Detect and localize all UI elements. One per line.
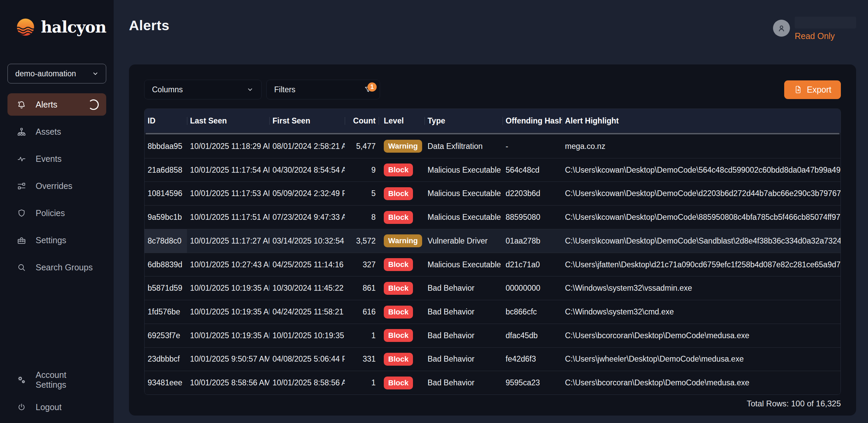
org-selector[interactable]: demo-automation [7, 64, 106, 83]
table-row[interactable]: 1fd576be10/01/2025 10:19:35 AM04/24/2025… [145, 300, 841, 324]
page-title: Alerts [129, 0, 856, 34]
cell-first-seen: 04/25/2025 11:14:16 AM [269, 253, 345, 276]
sidebar-item-label: Search Groups [36, 263, 93, 272]
table-row[interactable]: 6db8839d10/01/2025 10:27:43 AM04/25/2025… [145, 253, 841, 276]
cell-count: 8 [345, 206, 379, 229]
table-row[interactable]: 1081459610/01/2025 11:17:53 AM05/09/2024… [145, 181, 841, 205]
cell-first-seen: 10/30/2024 11:45:22 AM [269, 276, 345, 300]
sidebar-item-alerts[interactable]: Alerts [7, 93, 106, 116]
chevron-down-icon [246, 86, 254, 93]
cell-last-seen: 10/01/2025 11:18:29 AM [187, 135, 269, 158]
sidebar-item-label: Alerts [36, 100, 57, 110]
sidebar-item-label: Overrides [36, 181, 72, 191]
cell-last-seen: 10/01/2025 10:19:35 AM [187, 324, 269, 347]
level-badge: Block [384, 377, 413, 389]
filters-dropdown[interactable]: Filters 1 [266, 80, 380, 99]
column-header-alert-highlight[interactable]: Alert Highlight [562, 109, 841, 133]
user-area: Read Only [773, 17, 856, 41]
cell-alert-highlight: C:\Users\kcowan\Desktop\DemoCode\564c48c… [562, 158, 841, 182]
sidebar-item-policies[interactable]: Policies [7, 202, 106, 224]
table-row[interactable]: 9a59bc1b10/01/2025 11:17:51 AM07/23/2024… [145, 205, 841, 229]
cell-level: Block [379, 253, 424, 276]
level-badge: Block [384, 353, 413, 366]
alerts-card: Columns Filters 1 Export IDLast SeenFirs… [129, 64, 856, 416]
table-row[interactable]: 23dbbbcf10/01/2025 9:50:57 AM04/08/2025 … [145, 347, 841, 371]
table-row[interactable]: 21a6d85810/01/2025 11:17:54 AM04/30/2024… [145, 158, 841, 182]
level-badge: Block [384, 164, 413, 176]
table-row[interactable]: 8c78d8c010/01/2025 11:17:27 AM03/14/2025… [145, 229, 841, 253]
role-badge: Read Only [795, 31, 835, 41]
sidebar-item-label: Account Settings [36, 370, 99, 390]
column-header-level[interactable]: Level [379, 109, 424, 133]
table-row[interactable]: b5871d5910/01/2025 10:19:35 AM10/30/2024… [145, 276, 841, 300]
cell-id: 69253f7e [145, 324, 187, 347]
cell-type: Bad Behavior [424, 371, 503, 395]
shield-icon [17, 209, 26, 218]
cell-alert-highlight: C:\Users\kcowan\Desktop\DemoCode\Sandbla… [562, 229, 841, 253]
sidebar-item-assets[interactable]: Assets [7, 120, 106, 143]
cell-offending-hash: 00000000 [503, 276, 562, 300]
cell-count: 616 [345, 300, 379, 324]
total-rows-label: Total Rows: 100 of 16,325 [747, 399, 841, 408]
sidebar-item-search-groups[interactable]: Search Groups [7, 256, 106, 278]
level-badge: Block [384, 306, 413, 319]
cell-level: Block [379, 371, 424, 395]
column-header-last-seen[interactable]: Last Seen [187, 109, 269, 133]
cell-first-seen: 10/01/2025 10:19:35 AM [269, 324, 345, 347]
columns-dropdown[interactable]: Columns [144, 80, 262, 99]
sidebar-item-account-settings[interactable]: Account Settings [7, 369, 106, 391]
user-meta: Read Only [795, 17, 856, 41]
horizontal-scrollbar-thumb[interactable] [146, 133, 839, 134]
columns-dropdown-label: Columns [152, 85, 183, 94]
table-row[interactable]: 8bbdaa9510/01/2025 11:18:29 AM08/01/2024… [145, 135, 841, 158]
sidebar-footer-nav: Account SettingsLogout [7, 369, 106, 418]
cell-alert-highlight: C:\Users\kcowan\Desktop\DemoCode\8859508… [562, 206, 841, 229]
sidebar-item-overrides[interactable]: Overrides [7, 175, 106, 197]
cell-count: 861 [345, 276, 379, 300]
cell-alert-highlight: C:\Users\bcorcoran\Desktop\DemoCode\medu… [562, 371, 841, 395]
cell-count: 9 [345, 158, 379, 182]
cell-offending-hash: 01aa278b [503, 229, 562, 253]
gears-icon [17, 376, 26, 385]
cell-last-seen: 10/01/2025 11:17:53 AM [187, 182, 269, 205]
sidebar-item-settings[interactable]: Settings [7, 229, 106, 251]
search-icon [17, 263, 26, 272]
app-root: halcyon demo-automation AlertsAssetsEven… [0, 0, 868, 423]
hierarchy-icon [17, 127, 26, 136]
export-button[interactable]: Export [784, 80, 841, 99]
alerts-table: IDLast SeenFirst SeenCountLevelTypeOffen… [144, 109, 841, 395]
cell-offending-hash: bc866cfc [503, 300, 562, 324]
column-header-first-seen[interactable]: First Seen [269, 109, 345, 133]
cell-type: Vulnerable Driver [424, 229, 503, 253]
level-badge: Warning [384, 140, 422, 153]
cell-type: Malicious Executable [424, 206, 503, 229]
cell-type: Bad Behavior [424, 276, 503, 300]
table-row[interactable]: 93481eee10/01/2025 8:58:56 AM10/01/2025 … [145, 371, 841, 395]
table-row[interactable]: 69253f7e10/01/2025 10:19:35 AM10/01/2025… [145, 324, 841, 347]
cell-id: 1fd576be [145, 300, 187, 324]
cell-offending-hash: dfac45db [503, 324, 562, 347]
sidebar-item-logout[interactable]: Logout [7, 396, 106, 418]
sidebar-item-events[interactable]: Events [7, 148, 106, 170]
cell-alert-highlight: C:\Users\bcorcoran\Desktop\DemoCode\medu… [562, 324, 841, 347]
level-badge: Block [384, 258, 413, 271]
column-header-id[interactable]: ID [145, 109, 187, 133]
cell-id: 8c78d8c0 [145, 229, 187, 253]
filters-count-badge: 1 [367, 82, 377, 92]
cell-type: Bad Behavior [424, 324, 503, 347]
column-header-count[interactable]: Count [345, 109, 379, 133]
cell-level: Block [379, 206, 424, 229]
chevron-down-icon [92, 70, 99, 77]
column-header-offending-hash[interactable]: Offending Hash [503, 109, 562, 133]
cell-id: 21a6d858 [145, 158, 187, 182]
cell-type: Bad Behavior [424, 300, 503, 324]
avatar[interactable] [773, 20, 790, 37]
column-header-type[interactable]: Type [424, 109, 503, 133]
cell-first-seen: 04/24/2025 11:58:21 AM [269, 300, 345, 324]
sidebar: halcyon demo-automation AlertsAssetsEven… [0, 0, 114, 423]
cell-level: Block [379, 276, 424, 300]
cell-alert-highlight: mega.co.nz [562, 135, 841, 158]
cell-level: Block [379, 300, 424, 324]
cell-first-seen: 07/23/2024 9:47:33 AM [269, 206, 345, 229]
export-button-label: Export [807, 85, 831, 95]
